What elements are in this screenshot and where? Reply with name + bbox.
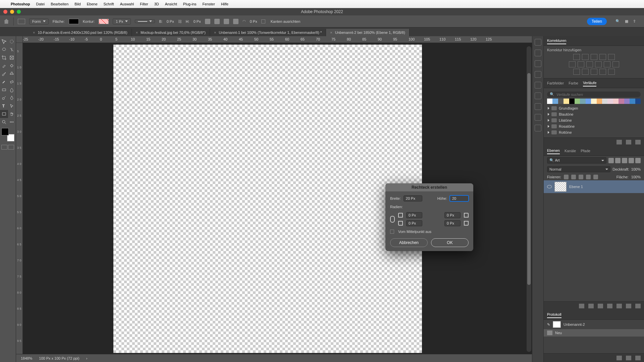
- history-brush-tool[interactable]: [0, 78, 8, 86]
- frame-tool[interactable]: [8, 54, 16, 62]
- crop-tool[interactable]: [0, 54, 8, 62]
- gradient-folder[interactable]: Lilatöne: [547, 117, 641, 123]
- close-window[interactable]: [3, 10, 7, 14]
- panel-icon-styles[interactable]: [535, 114, 541, 121]
- macos-menubar[interactable]: Photoshop Datei Bearbeiten Bild Ebene Sc…: [0, 0, 644, 8]
- panel-icon-glyphs[interactable]: [535, 103, 541, 110]
- color-picker[interactable]: [1, 128, 14, 141]
- close-icon[interactable]: ×: [33, 31, 35, 35]
- doc-tab-2[interactable]: ×Unbenannt-1 bei 100% (Tonwertkorrektur …: [210, 29, 326, 36]
- radius-bl-input[interactable]: [406, 220, 422, 226]
- menu-schrift[interactable]: Schrift: [104, 2, 114, 6]
- history-step[interactable]: Neu: [544, 329, 644, 337]
- vibrance-icon[interactable]: [608, 54, 615, 60]
- colorlookup-icon[interactable]: [612, 61, 619, 67]
- gradient-search-input[interactable]: [556, 93, 638, 97]
- gradient-tool[interactable]: [0, 86, 8, 94]
- gradient-swatch[interactable]: [613, 99, 619, 104]
- eraser-tool[interactable]: [8, 78, 16, 86]
- channelmixer-icon[interactable]: [604, 61, 610, 67]
- lock-transparent-icon[interactable]: [564, 175, 569, 179]
- disclosure-icon[interactable]: [548, 107, 549, 110]
- gradient-swatch[interactable]: [591, 99, 596, 104]
- zoom-level[interactable]: 1848%: [21, 356, 32, 360]
- gradient-swatch[interactable]: [569, 99, 575, 104]
- zoom-tool[interactable]: [0, 118, 8, 126]
- lock-pixels-icon[interactable]: [571, 175, 576, 179]
- layer-thumbnail[interactable]: [554, 182, 567, 192]
- layers-panel-header[interactable]: Ebenen Kanäle Pfade: [544, 146, 644, 156]
- move-tool[interactable]: [0, 38, 8, 46]
- export-icon[interactable]: ⇪: [633, 19, 636, 23]
- blend-mode-select[interactable]: Normal: [547, 166, 610, 172]
- zoom-window[interactable]: [17, 10, 21, 14]
- width-input[interactable]: [404, 195, 422, 201]
- ruler-vertical[interactable]: 51 01 52 02 53 03 54 04 55 05 56 06 57 0…: [16, 43, 23, 354]
- gradient-swatch[interactable]: [619, 99, 624, 104]
- menu-bearbeiten[interactable]: Bearbeiten: [51, 2, 68, 6]
- bw-icon[interactable]: [586, 61, 593, 67]
- path-select-tool[interactable]: [8, 102, 16, 110]
- panel-icon-info[interactable]: [535, 50, 541, 56]
- stroke-width-field[interactable]: 1 Px: [113, 18, 131, 24]
- filter-shape-icon[interactable]: [629, 158, 634, 163]
- trash-icon[interactable]: [635, 140, 641, 144]
- radius-br-input[interactable]: [444, 220, 461, 226]
- hue-icon[interactable]: [569, 61, 576, 67]
- new-doc-from-state-icon[interactable]: [616, 356, 622, 360]
- gradient-swatch[interactable]: [580, 99, 585, 104]
- quick-select-tool[interactable]: [8, 46, 16, 54]
- group-icon[interactable]: [616, 304, 622, 308]
- gradients-panel-header[interactable]: Farbfelder Farbe Verläufe: [544, 78, 644, 88]
- dodge-tool[interactable]: [0, 94, 8, 102]
- menu-filter[interactable]: Filter: [140, 2, 148, 6]
- doc-tab-0[interactable]: ×10-Facebook-Event-2400x1260.psd bei 120…: [29, 29, 132, 36]
- disclosure-icon[interactable]: [548, 113, 549, 116]
- layer-row[interactable]: Ebene 1: [544, 180, 644, 193]
- link-radii-icon[interactable]: [390, 216, 395, 223]
- marquee-ellipse-tool[interactable]: [8, 38, 16, 46]
- brightness-icon[interactable]: [573, 54, 580, 60]
- menu-ebene[interactable]: Ebene: [87, 2, 98, 6]
- colorbalance-icon[interactable]: [578, 61, 584, 67]
- adjustments-panel-header[interactable]: Korrekturen: [544, 36, 644, 46]
- radius-tr-input[interactable]: [444, 212, 461, 218]
- filter-smart-icon[interactable]: [635, 158, 641, 163]
- foreground-color[interactable]: [1, 128, 9, 135]
- radius-tl-input[interactable]: [406, 212, 422, 218]
- opacity-value[interactable]: 100%: [631, 167, 641, 171]
- type-tool[interactable]: T: [0, 102, 8, 110]
- levels-icon[interactable]: [582, 54, 589, 60]
- stroke-swatch[interactable]: [99, 19, 109, 24]
- menu-bild[interactable]: Bild: [74, 2, 80, 6]
- status-chevron-icon[interactable]: ›: [86, 356, 88, 360]
- path-align-icon[interactable]: [214, 19, 220, 24]
- gradient-folder[interactable]: Blautöne: [547, 111, 641, 117]
- trash-icon[interactable]: [635, 356, 641, 360]
- layer-filter-kind[interactable]: 🔍 Art: [547, 157, 606, 164]
- history-panel-header[interactable]: Protokoll: [544, 310, 644, 320]
- radius-value[interactable]: 0 Px: [250, 19, 257, 23]
- gradient-folder[interactable]: Rottöne: [547, 129, 641, 135]
- lock-all-icon[interactable]: [593, 175, 598, 179]
- posterize-icon[interactable]: [582, 69, 589, 75]
- gradient-search[interactable]: 🔍: [547, 92, 641, 97]
- history-snapshot[interactable]: ✎ Unbenannt-2: [544, 320, 644, 329]
- fill-value[interactable]: 100%: [631, 175, 641, 179]
- filter-pixel-icon[interactable]: [608, 158, 614, 163]
- new-folder-icon[interactable]: [616, 140, 622, 144]
- swatches-tab[interactable]: Farbfelder: [547, 80, 564, 86]
- close-icon[interactable]: ×: [214, 31, 216, 35]
- ok-button[interactable]: OK: [431, 238, 469, 247]
- cancel-button[interactable]: Abbrechen: [390, 238, 428, 247]
- menu-plugins[interactable]: Plug-ins: [183, 2, 197, 6]
- panel-icon-comments[interactable]: [535, 39, 541, 46]
- share-button[interactable]: Teilen: [587, 18, 607, 25]
- pen-tool[interactable]: [8, 94, 16, 102]
- gradient-folder[interactable]: Rosatöne: [547, 123, 641, 129]
- menu-hilfe[interactable]: Hilfe: [221, 2, 228, 6]
- ruler-horizontal[interactable]: -25-20-15-10-505101520253035404550556065…: [23, 36, 532, 43]
- fill-swatch[interactable]: [69, 19, 79, 24]
- disclosure-icon[interactable]: [548, 119, 549, 122]
- exposure-icon[interactable]: [599, 54, 606, 60]
